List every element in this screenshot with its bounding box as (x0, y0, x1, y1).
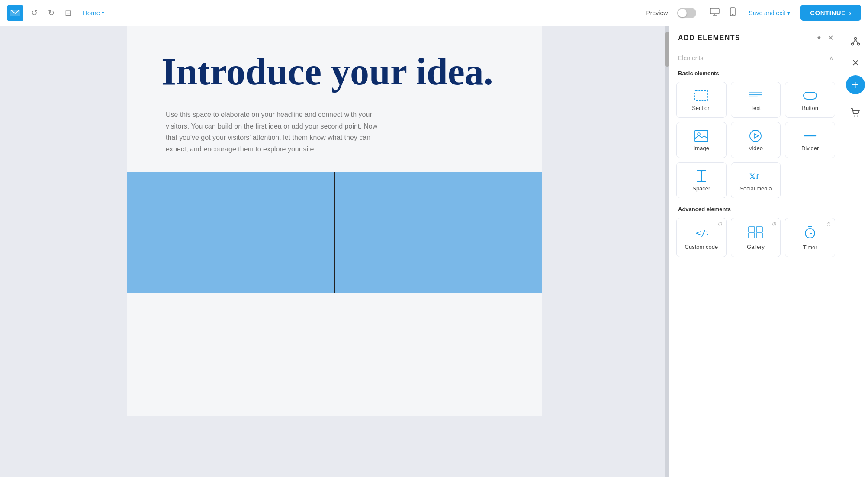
timer-lock-icon: ⏱ (826, 222, 831, 227)
custom-code-icon: </> (695, 226, 708, 240)
close-icon: ✕ (852, 58, 859, 69)
elements-group-label: Elements (678, 55, 703, 61)
save-exit-chevron-icon: ▾ (787, 10, 790, 16)
svg-line-35 (853, 40, 855, 43)
save-exit-button[interactable]: Save and exit ▾ (743, 7, 795, 19)
element-card-video[interactable]: Video (731, 122, 781, 158)
section-label: Section (692, 105, 710, 111)
add-elements-panel: ADD ELEMENTS ✦ ✕ Elements ∧ Basic elemen… (669, 26, 842, 477)
panel-header: ADD ELEMENTS ✦ ✕ (669, 26, 842, 48)
undo-button[interactable]: ↺ (29, 6, 40, 20)
canvas-area[interactable]: Introduce your idea. Use this space to e… (0, 26, 669, 477)
advanced-elements-grid: ⏱ </> Custom code ⏱ (669, 216, 842, 261)
gallery-label: Gallery (747, 244, 765, 250)
text-icon (749, 90, 762, 101)
custom-code-lock-icon: ⏱ (718, 222, 723, 227)
social-media-label: Social media (739, 185, 772, 192)
desktop-view-button[interactable] (707, 5, 722, 20)
panel-pin-button[interactable]: ✦ (816, 34, 822, 42)
panel-header-icons: ✦ ✕ (816, 34, 833, 42)
mobile-view-button[interactable] (727, 5, 738, 21)
hero-headline: Introduce your idea. (161, 52, 508, 92)
canvas-scrollbar-thumb (665, 32, 669, 67)
svg-rect-24 (756, 227, 762, 232)
structure-tool-button[interactable] (846, 32, 865, 51)
blue-right (335, 172, 543, 293)
svg-point-38 (857, 116, 858, 117)
elements-group-header[interactable]: Elements ∧ (669, 48, 842, 66)
svg-text:</>: </> (696, 228, 708, 238)
element-card-spacer[interactable]: Spacer (676, 162, 727, 198)
page-blue-section (127, 172, 542, 293)
button-icon (803, 90, 817, 101)
timer-icon (804, 226, 816, 241)
divider-label: Divider (801, 145, 819, 151)
element-card-button[interactable]: Button (785, 82, 835, 118)
svg-marker-19 (700, 180, 703, 182)
image-label: Image (694, 145, 709, 151)
svg-rect-25 (749, 233, 755, 238)
hero-body: Use this space to elaborate on your head… (161, 109, 378, 155)
svg-rect-5 (695, 91, 708, 101)
home-chevron-icon: ▾ (102, 10, 104, 16)
far-right-sidebar: ✕ + (842, 26, 868, 477)
continue-arrow-icon: › (849, 9, 852, 16)
canvas-scrollbar[interactable] (665, 26, 669, 477)
redo-button[interactable]: ↻ (45, 6, 57, 20)
preview-toggle[interactable] (677, 8, 696, 18)
gallery-lock-icon: ⏱ (772, 222, 777, 227)
svg-marker-18 (700, 171, 703, 173)
image-icon (694, 130, 708, 142)
basic-elements-label: Basic elements (669, 66, 842, 80)
social-media-icon: 𝕏 f (749, 171, 762, 182)
elements-collapse-icon: ∧ (829, 55, 833, 61)
logo[interactable] (7, 5, 23, 21)
element-card-section[interactable]: Section (676, 82, 727, 118)
home-label: Home (83, 9, 100, 16)
continue-button[interactable]: CONTINUE › (800, 5, 861, 21)
gallery-icon (748, 226, 763, 240)
add-tool-button[interactable]: + (846, 75, 865, 94)
navbar: ↺ ↻ ⊟ Home ▾ Preview Save and exit ▾ CON… (0, 0, 868, 26)
element-card-gallery[interactable]: ⏱ Gallery (731, 218, 781, 257)
svg-rect-10 (695, 130, 708, 142)
sidebar-divider (849, 99, 862, 99)
element-card-divider[interactable]: Divider (785, 122, 835, 158)
close-tool-button[interactable]: ✕ (846, 54, 865, 73)
svg-point-34 (857, 43, 859, 45)
svg-line-36 (855, 40, 858, 43)
continue-label: CONTINUE (810, 9, 845, 16)
save-button[interactable]: ⊟ (62, 6, 74, 20)
panel-title: ADD ELEMENTS (678, 34, 740, 42)
panel-close-button[interactable]: ✕ (828, 34, 833, 42)
svg-rect-0 (710, 8, 719, 14)
element-card-timer[interactable]: ⏱ Timer (785, 218, 835, 257)
add-icon: + (852, 78, 858, 92)
svg-point-33 (851, 43, 853, 45)
divider-icon (803, 130, 817, 142)
element-card-social-media[interactable]: 𝕏 f Social media (731, 162, 781, 198)
svg-point-12 (750, 130, 761, 142)
element-card-image[interactable]: Image (676, 122, 727, 158)
blue-left (127, 172, 334, 293)
video-label: Video (749, 145, 763, 151)
cart-tool-button[interactable] (846, 103, 865, 122)
element-card-text[interactable]: Text (731, 82, 781, 118)
svg-text:f: f (756, 173, 759, 180)
main-layout: Introduce your idea. Use this space to e… (0, 26, 868, 477)
canvas-page: Introduce your idea. Use this space to e… (127, 26, 542, 416)
svg-rect-26 (756, 233, 762, 238)
element-card-custom-code[interactable]: ⏱ </> Custom code (676, 218, 727, 257)
preview-label: Preview (646, 10, 668, 16)
basic-elements-grid: Section Text (669, 80, 842, 202)
home-button[interactable]: Home ▾ (79, 6, 108, 19)
text-label: Text (751, 105, 761, 111)
svg-rect-9 (804, 92, 817, 99)
section-icon (694, 90, 708, 101)
svg-marker-13 (754, 134, 759, 138)
save-exit-label: Save and exit (749, 10, 785, 16)
spacer-icon (694, 171, 708, 182)
elements-section: Elements ∧ Basic elements Section (669, 48, 842, 268)
svg-point-37 (854, 116, 855, 117)
svg-point-4 (733, 14, 733, 15)
